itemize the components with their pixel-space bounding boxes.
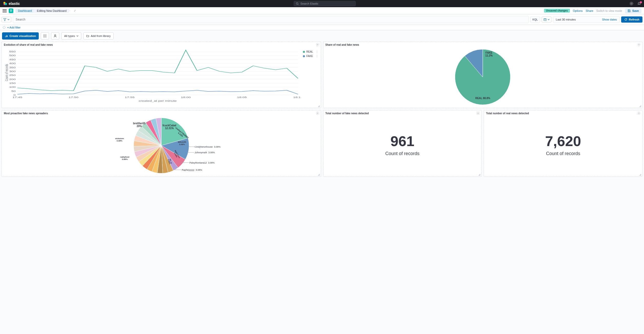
svg-point-16 xyxy=(44,36,44,36)
panel-title: Total number of fake news detected xyxy=(323,110,482,116)
global-search-input[interactable]: Search Elastic xyxy=(294,1,356,6)
line-chart: 05010015020025030035040045050055017:4517… xyxy=(4,49,300,103)
all-types-button[interactable]: All types xyxy=(61,32,81,40)
gear-icon[interactable] xyxy=(637,111,641,115)
svg-text:250: 250 xyxy=(9,74,16,77)
svg-line-4 xyxy=(298,4,299,5)
filter-outline-icon xyxy=(3,26,6,29)
slice-label-brettfan: brettfan5520% xyxy=(133,122,145,128)
share-link[interactable]: Share xyxy=(586,9,593,12)
svg-point-15 xyxy=(46,34,46,35)
slice-label-vicks: vicksiom3.08% xyxy=(115,137,124,142)
metric-value: 7,620 xyxy=(545,133,581,149)
pie-label-real: REAL 88.8% xyxy=(475,97,490,100)
nav-toggle-button[interactable] xyxy=(3,9,7,13)
chevron-down-icon xyxy=(76,35,78,37)
add-text-button[interactable] xyxy=(51,32,59,40)
filter-menu-button[interactable] xyxy=(2,17,11,22)
grid-icon xyxy=(43,34,47,38)
brand-text: elastic xyxy=(9,2,20,6)
create-visualization-button[interactable]: Create visualization xyxy=(2,32,39,40)
ext-label-raphe: Rapheyyyyy 3.08% xyxy=(182,169,202,171)
svg-text:17:50: 17:50 xyxy=(69,96,78,99)
controls-button[interactable] xyxy=(41,32,49,40)
svg-text:18:05: 18:05 xyxy=(237,96,247,99)
gear-icon[interactable] xyxy=(637,43,641,46)
unsaved-badge: Unsaved changes xyxy=(544,9,570,13)
check-icon[interactable]: ✓ xyxy=(74,9,76,13)
svg-text:17:55: 17:55 xyxy=(125,96,134,99)
search-icon xyxy=(296,2,299,5)
resize-handle[interactable]: ◢ xyxy=(318,104,320,107)
panel-share[interactable]: Share of real and fake news FAKE11.2% RE… xyxy=(323,42,643,108)
person-icon xyxy=(53,34,57,38)
refresh-label: Refresh xyxy=(629,18,639,21)
legend-real[interactable]: REAL⋮ xyxy=(303,50,318,53)
svg-point-20 xyxy=(45,37,45,37)
panel-title: Share of real and fake news xyxy=(323,42,642,48)
svg-text:450: 450 xyxy=(9,58,16,61)
kql-toggle[interactable]: KQL xyxy=(530,16,540,23)
help-icon[interactable] xyxy=(630,2,633,5)
svg-text:created_at per minute: created_at per minute xyxy=(139,100,177,102)
panel-real-count[interactable]: Total number of real news detected 7,620… xyxy=(484,110,642,177)
svg-text:400: 400 xyxy=(9,62,16,65)
svg-point-3 xyxy=(296,3,298,4)
add-from-library-button[interactable]: Add from library xyxy=(83,32,114,40)
newsfeed-icon[interactable] xyxy=(637,2,641,5)
svg-rect-11 xyxy=(7,35,7,37)
resize-handle[interactable]: ◢ xyxy=(478,173,480,176)
svg-text:550: 550 xyxy=(9,50,16,53)
pie-label-fake: FAKE11.2% xyxy=(485,51,492,57)
switch-view-link: Switch to view mode xyxy=(596,9,622,12)
breadcrumb-editing[interactable]: Editing New Dashboard xyxy=(33,9,69,13)
ext-label-cindy: Cindyheronhouse 3.08% xyxy=(195,146,221,148)
metric-value: 961 xyxy=(390,133,414,149)
chevron-down-icon xyxy=(548,18,550,21)
save-icon xyxy=(628,9,631,12)
svg-text:300: 300 xyxy=(9,70,16,73)
folder-icon xyxy=(86,34,89,37)
breadcrumb-dashboard[interactable]: Dashboard xyxy=(15,9,34,13)
date-range-display[interactable]: Last 30 minutes Show dates xyxy=(553,16,620,23)
svg-point-19 xyxy=(44,37,44,37)
ext-label-patsy: PatsyMontana12 3.08% xyxy=(190,161,215,164)
panel-spreaders[interactable]: Most proactive fake news spreaders brett… xyxy=(2,110,321,177)
lens-icon xyxy=(5,34,8,37)
slice-label-natty: nattyfeed3.08% xyxy=(120,156,130,160)
svg-text:18:00: 18:00 xyxy=(181,96,191,99)
metric-label: Count of records xyxy=(546,151,580,156)
resize-handle[interactable]: ◢ xyxy=(639,173,641,176)
date-quick-button[interactable] xyxy=(542,16,551,23)
show-dates-link[interactable]: Show dates xyxy=(602,18,617,21)
add-filter-link[interactable]: + Add filter xyxy=(7,26,21,29)
svg-point-59 xyxy=(638,113,639,114)
svg-point-6 xyxy=(631,3,632,4)
resize-handle[interactable]: ◢ xyxy=(639,104,641,107)
gear-icon[interactable] xyxy=(316,43,319,46)
gear-icon[interactable] xyxy=(476,111,480,115)
elastic-logo[interactable]: elastic xyxy=(3,2,20,6)
query-input[interactable] xyxy=(13,16,529,23)
resize-handle[interactable]: ◢ xyxy=(318,173,320,176)
svg-text:500: 500 xyxy=(9,54,16,57)
chevron-down-icon xyxy=(7,18,9,21)
panel-fake-count[interactable]: Total number of fake news detected 961 C… xyxy=(323,110,482,177)
svg-point-2 xyxy=(4,4,5,5)
create-viz-label: Create visualization xyxy=(9,34,36,37)
options-link[interactable]: Options xyxy=(573,9,583,12)
line-legend: REAL⋮ FAKE⋮ xyxy=(303,49,318,103)
save-label: Save xyxy=(632,9,639,12)
gear-icon[interactable] xyxy=(316,111,319,115)
dashboard-toolbar: Create visualization All types Add from … xyxy=(0,30,644,42)
svg-point-9 xyxy=(3,26,5,29)
save-button[interactable]: Save xyxy=(625,8,641,13)
slice-label-bruu: BRUU553.08% xyxy=(178,141,186,146)
panel-evolution[interactable]: Evolution of share of real and fake news… xyxy=(2,42,321,108)
refresh-button[interactable]: Refresh xyxy=(621,16,642,23)
panel-title: Total number of real news detected xyxy=(484,110,642,116)
svg-point-57 xyxy=(317,113,318,114)
legend-fake[interactable]: FAKE⋮ xyxy=(303,55,318,58)
svg-point-21 xyxy=(46,37,46,37)
space-avatar[interactable]: D xyxy=(9,8,13,13)
